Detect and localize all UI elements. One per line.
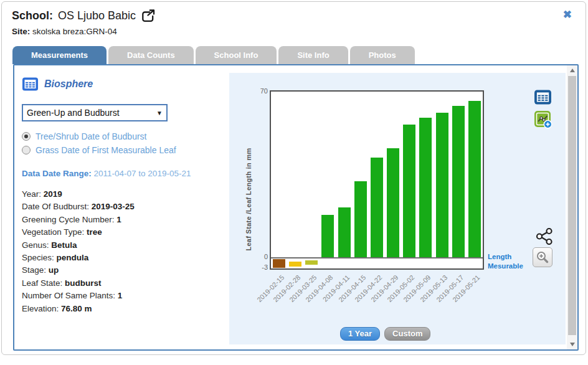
school-header: School: OS Ljubo Babic (12, 9, 155, 22)
add-chart-button[interactable] (534, 110, 552, 129)
export-share-icon[interactable] (141, 9, 155, 22)
radio-button[interactable] (22, 146, 31, 154)
scrollbar-thumb[interactable] (568, 76, 576, 335)
protocol-select-value: Green-Up and Budburst (27, 108, 120, 118)
tab-bar: MeasurementsData CountsSchool InfoSite I… (12, 46, 415, 64)
bar-2019-03-25 (305, 260, 318, 264)
detail-row: Leaf State: budburst (22, 277, 227, 290)
radio-group: Tree/Shrub Date of BudburstGrass Date of… (22, 131, 227, 155)
section-title: Biosphere (44, 78, 93, 90)
tab-school-info[interactable]: School Info (196, 46, 277, 64)
bar-2019-04-08 (321, 215, 334, 257)
detail-row: Stage: up (22, 264, 227, 277)
plot-area (270, 90, 484, 270)
bar-2019-04-29 (387, 148, 399, 257)
radio-option-0[interactable]: Tree/Shrub Date of Budburst (22, 131, 227, 141)
scroll-up-button[interactable] (567, 65, 577, 75)
detail-row: Vegetation Type: tree (22, 226, 227, 239)
scroll-down-button[interactable] (567, 339, 577, 349)
y-tick-label: -3 (240, 263, 268, 271)
share-button[interactable] (536, 227, 553, 245)
triangle-down-icon (570, 343, 575, 346)
vertical-scrollbar[interactable] (567, 65, 577, 349)
detail-row: Number Of Same Plants: 1 (22, 290, 227, 302)
tab-photos[interactable]: Photos (350, 46, 415, 64)
school-name: OS Ljubo Babic (58, 9, 136, 22)
bar-2019-02-15 (273, 259, 285, 268)
detail-row: Elevation: 76.80 m (22, 303, 227, 315)
bar-2019-05-02 (403, 125, 415, 257)
school-dialog: School: OS Ljubo Babic ✖ Site: skolska b… (1, 1, 586, 355)
y-tick-label: 0 (240, 253, 268, 260)
detail-row: Genus: Betula (22, 239, 227, 252)
radio-label: Tree/Shrub Date of Budburst (36, 131, 146, 141)
triangle-up-icon (570, 69, 575, 72)
radio-button[interactable] (22, 132, 31, 141)
chevron-down-icon: ▼ (156, 110, 163, 116)
length-measurable-annotation: Length Mesurable (488, 252, 531, 271)
y-tick-label: 70 (240, 87, 268, 95)
one-year-button[interactable]: 1 Year (340, 327, 380, 341)
biosphere-table-icon (22, 77, 39, 92)
bar-2019-05-13 (436, 113, 448, 257)
zoom-in-icon (536, 250, 549, 264)
detail-row: Date Of Budburst: 2019-03-25 (22, 201, 227, 213)
bar-2019-05-21 (468, 101, 481, 257)
school-label: School: (12, 9, 53, 22)
radio-option-1[interactable]: Grass Date of First Measurable Leaf (22, 145, 227, 155)
measurement-sidebar: Biosphere Green-Up and Budburst ▼ Tree/S… (22, 77, 227, 315)
bar-2019-02-28 (289, 262, 301, 267)
tab-measurements[interactable]: Measurements (12, 46, 107, 64)
chart-panel: Leaf State /Leaf Length in mm Length Mes… (229, 73, 566, 344)
protocol-select[interactable]: Green-Up and Budburst ▼ (22, 104, 168, 121)
bar-2019-04-15 (354, 181, 367, 257)
bar-2019-04-22 (371, 158, 383, 257)
detail-row: Year: 2019 (22, 188, 227, 201)
bar-2019-05-09 (419, 118, 432, 257)
custom-range-button[interactable]: Custom (384, 327, 430, 341)
details-list: Year: 2019Date Of Budburst: 2019-03-25Gr… (22, 188, 227, 315)
detail-row: Greening Cycle Number: 1 (22, 214, 227, 226)
site-value: skolska breza:GRN-04 (32, 27, 117, 36)
biosphere-section-header: Biosphere (22, 77, 227, 92)
site-header: Site: skolska breza:GRN-04 (12, 27, 117, 36)
date-range-value: 2011-04-07 to 2019-05-21 (94, 169, 191, 178)
tab-content: Biosphere Green-Up and Budburst ▼ Tree/S… (13, 64, 579, 351)
bar-2019-05-17 (452, 106, 465, 257)
table-view-button[interactable] (534, 89, 552, 105)
tab-data-counts[interactable]: Data Counts (108, 46, 194, 64)
close-icon[interactable]: ✖ (563, 8, 572, 21)
date-range-label: Data Date Range: (22, 169, 92, 178)
site-label: Site: (12, 27, 30, 36)
data-date-range: Data Date Range: 2011-04-07 to 2019-05-2… (22, 169, 227, 178)
radio-label: Grass Date of First Measurable Leaf (36, 145, 176, 155)
detail-row: Species: pendula (22, 252, 227, 264)
range-buttons: 1 Year Custom (340, 327, 430, 341)
tab-site-info[interactable]: Site Info (278, 46, 348, 64)
zoom-in-button[interactable] (533, 247, 552, 267)
zero-axis-line (271, 257, 483, 258)
bar-2019-04-11 (338, 207, 351, 257)
